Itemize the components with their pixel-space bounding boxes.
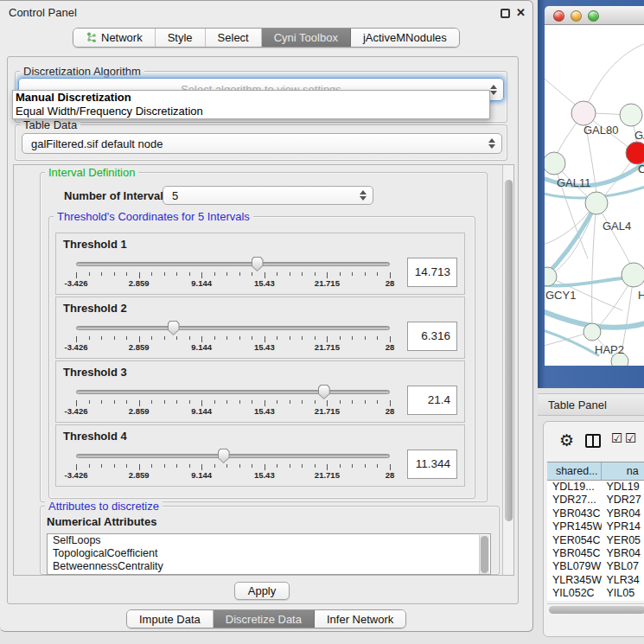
slider-tick (151, 272, 152, 276)
tab-label: Infer Network (327, 613, 393, 626)
table-row[interactable]: YBL079WYBL07 (547, 560, 644, 573)
network-node-label: H (638, 289, 644, 302)
slider-tick (89, 464, 90, 468)
tab-select[interactable]: Select (206, 29, 262, 47)
column-header-shared-name[interactable]: shared... (547, 462, 602, 480)
tab-infer-network[interactable]: Infer Network (315, 610, 405, 628)
slider-tick-label: -3.426 (54, 470, 98, 480)
slider-thumb-face (219, 450, 229, 462)
columns-icon[interactable] (585, 434, 601, 448)
slider-thumb[interactable] (218, 449, 230, 463)
dropdown-option-equal-width-frequency[interactable]: Equal Width/Frequency Discretization (13, 105, 489, 118)
slider-tick-label: 9.144 (180, 470, 223, 480)
table-data-combobox[interactable]: galFiltered.sif default node (22, 133, 502, 154)
scrollbar-thumb[interactable] (549, 606, 644, 614)
minimize-button-icon[interactable] (571, 10, 582, 22)
number-of-intervals-combobox[interactable]: 5 (163, 186, 373, 205)
table-row[interactable]: YDR27...YDR27 (547, 494, 644, 507)
table-cell: YPR145W (547, 520, 602, 533)
close-button-icon[interactable] (553, 10, 564, 22)
numerical-attributes-label: Numerical Attributes (47, 515, 156, 528)
slider-tick (315, 464, 316, 468)
slider-tick (390, 336, 391, 342)
attributes-list-scrollbar[interactable] (479, 535, 489, 575)
slider-tick-label: -3.426 (54, 342, 98, 352)
attribute-list-item[interactable]: BetweennessCentrality (48, 560, 490, 573)
number-of-intervals-label: Number of Intervals (64, 189, 169, 202)
table-horizontal-scrollbar[interactable] (547, 603, 644, 615)
scrollbar-thumb[interactable] (481, 536, 488, 573)
slider-tick (226, 464, 227, 468)
network-node-GAL80[interactable] (571, 101, 596, 125)
control-panel-window: Control Panel ✕ NetworkStyleSelectCyni T… (0, 0, 533, 632)
table-cell: YER05 (602, 534, 644, 547)
slider-tick-label: -3.426 (54, 406, 98, 416)
table-row[interactable]: YBR045CYBR04 (547, 547, 644, 560)
network-node-label: GAL80 (583, 124, 618, 137)
network-node-GAL11[interactable] (545, 152, 565, 175)
slider-tick (265, 464, 265, 470)
gear-icon[interactable]: ⚙ (559, 432, 574, 449)
slider-thumb[interactable] (252, 257, 264, 271)
tab-style[interactable]: Style (156, 29, 206, 47)
tab-impute-data[interactable]: Impute Data (127, 610, 214, 628)
slider-track[interactable] (76, 454, 390, 458)
tab-discretize-data[interactable]: Discretize Data (214, 610, 315, 628)
slider-tick (151, 336, 152, 340)
slider-tick (252, 336, 252, 340)
node-table: shared... na YDL19...YDL19YDR27...YDR27Y… (547, 462, 644, 601)
tab-network[interactable]: Network (73, 29, 156, 47)
numerical-attributes-list[interactable]: SelfLoopsTopologicalCoefficientBetweenne… (47, 533, 491, 575)
slider-thumb[interactable] (168, 321, 180, 335)
slider-thumb[interactable] (318, 385, 330, 399)
network-node-HAP2[interactable] (583, 323, 601, 341)
zoom-button-icon[interactable] (588, 10, 599, 22)
slider-track[interactable] (76, 326, 390, 330)
close-panel-icon[interactable]: ✕ (516, 6, 526, 19)
slider-tick (89, 336, 90, 340)
float-window-icon[interactable] (501, 9, 510, 18)
attribute-list-item[interactable]: TopologicalCoefficient (48, 547, 490, 560)
network-node-H[interactable] (622, 263, 644, 287)
table-row[interactable]: YBR043CYBR04 (547, 507, 644, 520)
slider-tick (365, 272, 366, 276)
slider-tick (176, 336, 177, 340)
table-row[interactable]: YDL19...YDL19 (547, 481, 644, 494)
slider-tick (377, 336, 378, 340)
slider-tick (340, 272, 341, 276)
dropdown-option-manual-discretization[interactable]: Manual Discretization (13, 91, 489, 105)
network-node-GAL4[interactable] (585, 192, 608, 214)
table-row[interactable]: YIL052CYIL05 (547, 587, 644, 600)
slider-track[interactable] (76, 390, 390, 394)
network-node-GCY1[interactable] (545, 267, 557, 286)
checkbox-icon[interactable]: ☑ (625, 430, 636, 446)
slider-tick (365, 464, 366, 468)
settings-scrollbar[interactable] (502, 165, 514, 575)
threshold-value-field[interactable]: 14.713 (407, 258, 457, 287)
threshold-value-field[interactable]: 11.344 (407, 450, 457, 479)
slider-tick (377, 272, 378, 276)
slider-tick (277, 400, 277, 404)
table-row[interactable]: YPR145WYPR14 (547, 520, 644, 533)
column-header-name[interactable]: na (602, 462, 644, 480)
table-cell: YDR27... (547, 494, 602, 507)
slider-tick (114, 400, 115, 404)
network-node-GAL[interactable] (620, 104, 642, 126)
apply-button[interactable]: Apply (234, 582, 290, 600)
slider-track[interactable] (76, 262, 390, 266)
network-canvas[interactable]: GAL80GACGAL11GAL4GCY1HHAP2 (545, 25, 644, 366)
network-node-label: GA (634, 129, 644, 142)
attribute-list-item[interactable]: SelfLoops (48, 534, 490, 547)
table-row[interactable]: YLR345WYLR34 (547, 574, 644, 587)
threshold-value-field[interactable]: 6.316 (407, 322, 457, 351)
checkbox-icon[interactable]: ☑ (611, 430, 622, 446)
scrollbar-thumb[interactable] (505, 180, 513, 521)
threshold-value-field[interactable]: 21.4 (407, 386, 457, 415)
tab-jactivemnodules[interactable]: jActiveMNodules (351, 29, 459, 47)
tab-cyni-toolbox[interactable]: Cyni Toolbox (262, 29, 351, 47)
network-node-red-node[interactable] (626, 142, 644, 164)
slider-tick (226, 272, 227, 276)
slider-tick (352, 272, 353, 276)
combo-stepper-icon (490, 85, 497, 95)
table-row[interactable]: YER054CYER05 (547, 534, 644, 547)
